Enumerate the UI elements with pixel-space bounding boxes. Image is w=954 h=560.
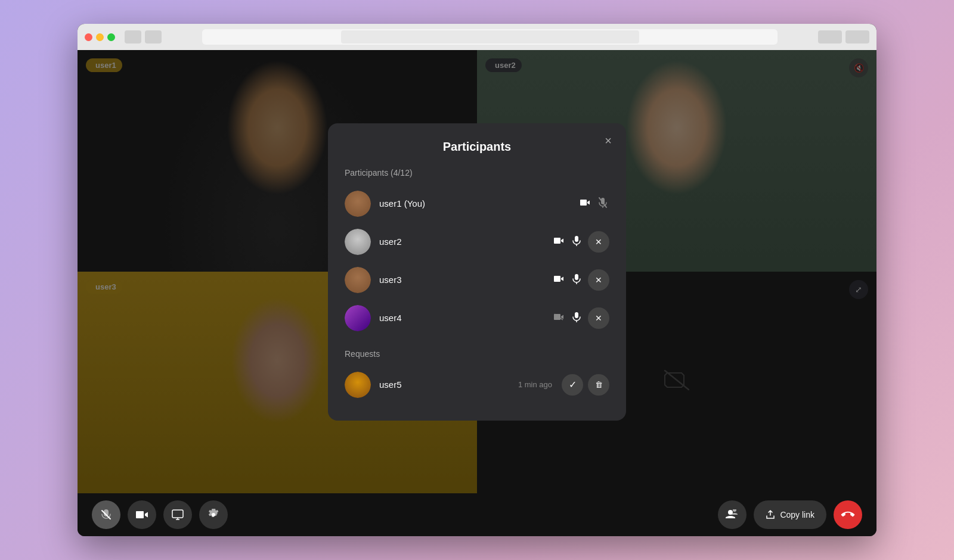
traffic-lights	[85, 33, 115, 41]
video-icon-user2	[552, 237, 565, 247]
video-icon-user3	[552, 275, 565, 285]
participant-name-user3: user3	[379, 275, 544, 285]
toolbar-right: Copy link	[718, 500, 862, 529]
video-on-icon	[578, 198, 591, 209]
participant-avatar-user2	[345, 229, 371, 255]
bottom-toolbar: Copy link	[78, 493, 876, 536]
browser-window: user1 user2 🔇 user3	[78, 24, 876, 536]
back-button[interactable]	[125, 30, 141, 43]
participant-name-user4: user4	[379, 313, 544, 323]
requests-section: Requests user5 1 min ago ✓	[345, 349, 609, 404]
participant-row-user1: user1 (You)	[345, 185, 609, 223]
svg-rect-8	[575, 312, 578, 318]
copy-link-label: Copy link	[780, 510, 814, 519]
settings-button[interactable]	[199, 500, 228, 529]
participant-controls-user2: ✕	[552, 231, 609, 253]
svg-rect-3	[575, 236, 578, 242]
avatar-colorful-icon	[345, 305, 371, 331]
video-button[interactable]	[128, 500, 156, 529]
participant-row-user4: user4	[345, 299, 609, 337]
remove-user4-button[interactable]: ✕	[588, 307, 609, 329]
browser-action-1[interactable]	[818, 30, 842, 43]
participant-name-user1: user1 (You)	[379, 198, 570, 209]
requests-section-header: Requests	[345, 349, 609, 359]
trash-icon: 🗑	[595, 380, 603, 389]
browser-actions	[818, 30, 869, 43]
request-name-user5: user5	[379, 379, 510, 390]
mic-off-icon-user1	[596, 197, 609, 210]
participant-row-user2: user2	[345, 223, 609, 261]
browser-action-2[interactable]	[845, 30, 869, 43]
remove-user3-button[interactable]: ✕	[588, 269, 609, 291]
url-input[interactable]	[341, 30, 639, 43]
request-controls-user5: 1 min ago ✓ 🗑	[518, 374, 609, 396]
participants-modal: × Participants Participants (4/12) user1…	[328, 123, 626, 421]
modal-overlay: × Participants Participants (4/12) user1…	[78, 50, 876, 493]
browser-navigation	[125, 30, 162, 43]
close-icon: ×	[605, 134, 612, 148]
participant-row-user3: user3	[345, 261, 609, 299]
mute-button[interactable]	[92, 500, 120, 529]
request-avatar-user5	[345, 372, 371, 398]
check-icon: ✓	[569, 379, 577, 390]
accept-user5-button[interactable]: ✓	[562, 374, 583, 396]
x-icon-2: ✕	[595, 275, 602, 285]
modal-close-button[interactable]: ×	[600, 133, 617, 150]
modal-title: Participants	[345, 140, 609, 154]
video-container: user1 user2 🔇 user3	[78, 50, 876, 493]
mic-icon-user2	[570, 235, 583, 248]
x-icon: ✕	[595, 237, 602, 247]
avatar-dog-icon	[345, 229, 371, 255]
participant-avatar-user1	[345, 191, 371, 217]
participant-avatar-user3	[345, 267, 371, 293]
svg-rect-5	[575, 274, 578, 280]
request-row-user5: user5 1 min ago ✓ 🗑	[345, 366, 609, 404]
close-window-button[interactable]	[85, 33, 92, 41]
participants-section-header: Participants (4/12)	[345, 168, 609, 178]
remove-user2-button[interactable]: ✕	[588, 231, 609, 253]
forward-button[interactable]	[145, 30, 162, 43]
svg-rect-11	[172, 510, 183, 518]
participant-controls-user1	[578, 197, 609, 210]
avatar-horse-icon	[345, 191, 371, 217]
minimize-window-button[interactable]	[96, 33, 104, 41]
end-call-button[interactable]	[834, 500, 862, 529]
participant-controls-user4: ✕	[552, 307, 609, 329]
request-time-user5: 1 min ago	[518, 380, 552, 389]
participant-controls-user3: ✕	[552, 269, 609, 291]
x-icon-3: ✕	[595, 313, 602, 323]
toolbar-left	[92, 500, 228, 529]
video-off-icon-user4	[552, 313, 565, 323]
url-bar-container	[202, 29, 778, 45]
mic-icon-user3	[570, 273, 583, 287]
avatar-horse-icon-2	[345, 267, 371, 293]
browser-titlebar	[78, 24, 876, 50]
participant-avatar-user4	[345, 305, 371, 331]
participant-name-user2: user2	[379, 237, 544, 247]
screen-share-button[interactable]	[163, 500, 192, 529]
copy-link-button[interactable]: Copy link	[754, 500, 826, 529]
decline-user5-button[interactable]: 🗑	[588, 374, 609, 396]
mic-icon-user4	[570, 312, 583, 325]
participants-button[interactable]	[718, 500, 747, 529]
avatar-deer-icon	[345, 372, 371, 398]
maximize-window-button[interactable]	[107, 33, 115, 41]
